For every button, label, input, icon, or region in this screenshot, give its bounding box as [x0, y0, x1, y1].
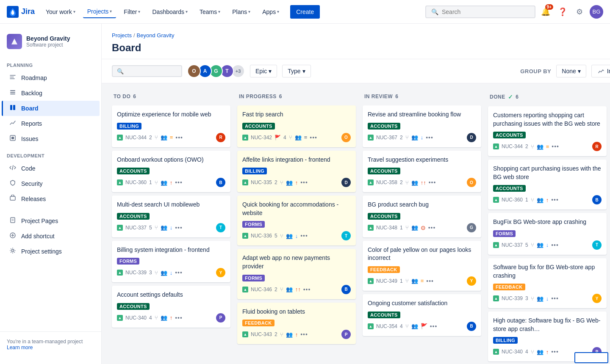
sidebar-item-project-settings[interactable]: Project settings — [2, 244, 100, 259]
svg-rect-11 — [11, 218, 15, 223]
card-avatar: R — [216, 133, 225, 142]
card-nuc-340[interactable]: Account settings defaults ACCOUNTS ▲ NUC… — [112, 286, 230, 328]
nav-apps[interactable]: Apps ▾ — [258, 6, 283, 18]
sidebar-item-reports[interactable]: Reports — [2, 116, 100, 131]
sidebar-item-backlog[interactable]: Backlog — [2, 85, 100, 101]
review-icon: 👥 — [411, 134, 418, 141]
card-done-1[interactable]: Customers reporting shopping cart purcha… — [488, 106, 607, 156]
releases-icon — [8, 195, 17, 203]
review-icon: 👥 — [286, 286, 293, 292]
nav-your-work[interactable]: Your work ▾ — [42, 6, 80, 18]
review-icon: 👥 — [537, 349, 543, 355]
card-inreview-1[interactable]: Revise and streamline booking flow ACCOU… — [363, 105, 481, 147]
epic-filter[interactable]: Epic ▾ — [250, 65, 277, 77]
user-avatar[interactable]: BG — [590, 5, 603, 19]
breadcrumb-project[interactable]: Beyond Gravity — [137, 32, 175, 39]
card-nuc-360[interactable]: Onboard workout options (OWO) ACCOUNTS ▲… — [112, 151, 230, 193]
sidebar-item-releases[interactable]: Releases — [2, 191, 100, 207]
card-nuc-344[interactable]: Optimize experience for mobile web BILLI… — [112, 105, 230, 147]
tag-accounts: ACCOUNTS — [242, 123, 275, 130]
sidebar-label-project-settings: Project settings — [21, 248, 62, 255]
more-icon: ••• — [175, 134, 183, 141]
card-done-4[interactable]: Software bug fix for BG Web-store app cr… — [488, 258, 607, 308]
card-id: NUC-348 — [376, 225, 397, 231]
help-button[interactable]: ❓ — [556, 5, 569, 19]
card-inreview-3[interactable]: BG product search bug ACCOUNTS ▲ NUC-348… — [363, 196, 481, 237]
tag-accounts: ACCOUNTS — [493, 185, 526, 192]
card-meta: ▲ NUC-339 3 ⑂ 👥 ↓ ••• Y — [117, 268, 225, 277]
branch-icon: ⑂ — [531, 143, 534, 150]
priority-icon: ↓ — [170, 224, 173, 231]
nav-filter[interactable]: Filter ▾ — [119, 6, 144, 18]
review-icon: 👥 — [411, 224, 418, 231]
type-filter[interactable]: Type ▾ — [282, 65, 311, 77]
board-search-icon: 🔍 — [117, 68, 124, 74]
notifications-button[interactable]: 🔔 9+ — [539, 5, 552, 19]
card-title: Shopping cart purchasing issues with the… — [493, 165, 602, 181]
board-search-input[interactable] — [126, 68, 177, 74]
card-done-2[interactable]: Shopping cart purchasing issues with the… — [488, 160, 607, 210]
tag-accounts: ACCOUNTS — [117, 168, 150, 174]
meta-num: 2 — [400, 179, 403, 185]
create-button[interactable]: Create — [290, 5, 320, 19]
sidebar-footer: You're in a team-managed project Learn m… — [0, 331, 101, 357]
epic-label: Epic — [255, 68, 267, 74]
meta-num: 2 — [274, 179, 277, 185]
sidebar-item-issues[interactable]: Issues — [2, 131, 100, 146]
card-title: Color of pale yellow on our pages looks … — [368, 246, 476, 262]
card-inreview-5[interactable]: Ongoing customer satisfaction ACCOUNTS ▲… — [363, 294, 481, 336]
nav-teams[interactable]: Teams ▾ — [195, 6, 225, 18]
sidebar-item-code[interactable]: Code — [2, 161, 100, 176]
tag-accounts: ACCOUNTS — [368, 312, 400, 318]
inline-edit-box[interactable] — [574, 352, 608, 363]
card-id: NUC-349 — [376, 278, 397, 284]
group-by-select[interactable]: None ▾ — [556, 65, 586, 77]
sidebar-item-security[interactable]: Security — [2, 176, 100, 191]
learn-more-link[interactable]: Learn more — [7, 345, 33, 350]
sidebar-item-project-pages[interactable]: Project Pages — [2, 213, 100, 229]
breadcrumb-projects[interactable]: Projects — [112, 32, 132, 39]
todo-count: 6 — [133, 94, 136, 99]
card-title: Account settings defaults — [117, 291, 225, 299]
card-nuc-336[interactable]: Quick booking for accommodations - websi… — [237, 196, 356, 245]
card-nuc-342[interactable]: Fast trip search ACCOUNTS ▲ NUC-342 🚩 4 … — [237, 105, 356, 147]
nav-dashboards[interactable]: Dashboards ▾ — [148, 6, 192, 18]
sidebar-item-roadmap[interactable]: Roadmap — [2, 70, 100, 85]
column-title-todo: TO DO 6 — [114, 94, 136, 99]
branch-icon: ⑂ — [280, 331, 283, 338]
meta-num: 2 — [525, 143, 528, 149]
search-input[interactable] — [442, 8, 518, 15]
board-search[interactable]: 🔍 — [112, 65, 182, 77]
card-meta: ▲ NUC-360 1 ⑂ 👥 ↑ ••• B — [493, 195, 602, 204]
story-type-icon: ▲ — [242, 331, 248, 337]
review-icon: 👥 — [411, 323, 418, 329]
card-meta: ▲ NUC-346 2 ⑂ 👥 ↑↑ ••• B — [242, 285, 351, 294]
priority-icon: ↓ — [546, 295, 549, 302]
search-bar[interactable]: 🔍 — [425, 6, 535, 18]
card-title: Ongoing customer satisfaction — [368, 299, 476, 308]
project-settings-icon — [8, 247, 17, 256]
card-avatar: B — [592, 195, 602, 204]
nav-projects[interactable]: Projects ▾ — [83, 6, 116, 18]
card-nuc-343[interactable]: Fluid booking on tablets FEEDBACK ▲ NUC-… — [237, 303, 356, 345]
card-title: BG product search bug — [368, 201, 476, 209]
avatar-filter-1[interactable]: O — [187, 64, 201, 78]
more-icon: ••• — [175, 224, 183, 231]
card-done-5[interactable]: High outage: Software bug fix - BG Web-s… — [488, 312, 607, 361]
settings-button[interactable]: ⚙ — [573, 5, 586, 19]
card-inreview-2[interactable]: Travel suggestion experiments ACCOUNTS ▲… — [363, 151, 481, 193]
card-inreview-4[interactable]: Color of pale yellow on our pages looks … — [363, 241, 481, 291]
sidebar-item-add-shortcut[interactable]: Add shortcut — [2, 229, 100, 244]
story-type-icon: ▲ — [368, 278, 374, 284]
card-nuc-337[interactable]: Multi-dest search UI mobileweb ACCOUNTS … — [112, 196, 230, 237]
card-nuc-335[interactable]: Affelite links integration - frontend BI… — [237, 151, 356, 193]
sidebar-project[interactable]: Beyond Gravity Software project — [0, 30, 101, 56]
card-nuc-346[interactable]: Adapt web app no new payments provider F… — [237, 249, 356, 299]
sidebar-item-board[interactable]: Board — [2, 101, 100, 116]
insights-button[interactable]: Insights — [591, 65, 610, 77]
nav-plans[interactable]: Plans ▾ — [228, 6, 255, 18]
card-nuc-339[interactable]: Billing system integration - frontend FO… — [112, 241, 230, 283]
branch-icon: ⑂ — [155, 179, 158, 186]
logo[interactable]: Jira — [7, 6, 35, 18]
card-done-3[interactable]: BugFix BG Web-store app crashing FORMS ▲… — [488, 213, 607, 255]
